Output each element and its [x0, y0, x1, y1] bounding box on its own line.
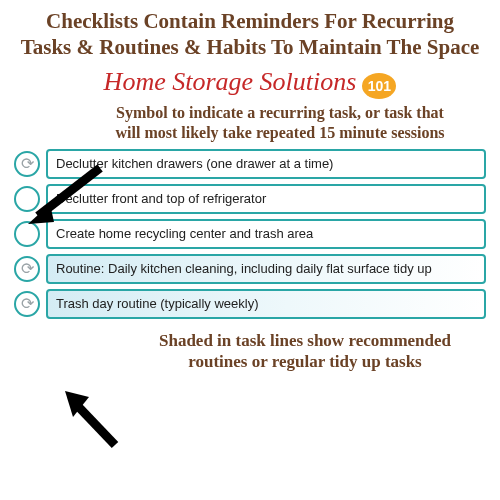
recurring-icon: ⟳ [21, 261, 34, 277]
row-task-bar: Declutter front and top of refrigerator [46, 184, 486, 214]
row-checkbox[interactable]: ⟳ [14, 151, 40, 177]
brand-badge: 101 [362, 73, 396, 99]
checklist-row: ⟳ Trash day routine (typically weekly) [14, 289, 486, 319]
arrow-to-shaded [55, 385, 135, 455]
row-checkbox[interactable] [14, 221, 40, 247]
row-task-bar: Create home recycling center and trash a… [46, 219, 486, 249]
brand-logo: Home Storage Solutions 101 [0, 65, 500, 103]
row-task-text: Declutter front and top of refrigerator [56, 191, 266, 206]
brand-name: Home Storage Solutions [104, 67, 357, 96]
page-title: Checklists Contain Reminders For Recurri… [0, 0, 500, 65]
checklist-row: ⟳ Routine: Daily kitchen cleaning, inclu… [14, 254, 486, 284]
callout-recurring-symbol: Symbol to indicate a recurring task, or … [0, 103, 500, 143]
recurring-icon: ⟳ [21, 156, 34, 172]
row-task-bar: Declutter kitchen drawers (one drawer at… [46, 149, 486, 179]
svg-marker-1 [65, 391, 89, 417]
row-task-text: Trash day routine (typically weekly) [56, 296, 259, 311]
row-task-text: Declutter kitchen drawers (one drawer at… [56, 156, 333, 171]
row-task-bar: Routine: Daily kitchen cleaning, includi… [46, 254, 486, 284]
recurring-icon: ⟳ [21, 296, 34, 312]
checklist-row: ⟳ Declutter kitchen drawers (one drawer … [14, 149, 486, 179]
row-checkbox[interactable]: ⟳ [14, 291, 40, 317]
checklist: ⟳ Declutter kitchen drawers (one drawer … [0, 149, 500, 319]
row-task-bar: Trash day routine (typically weekly) [46, 289, 486, 319]
checklist-row: Declutter front and top of refrigerator [14, 184, 486, 214]
row-task-text: Create home recycling center and trash a… [56, 226, 313, 241]
row-checkbox[interactable] [14, 186, 40, 212]
checklist-row: Create home recycling center and trash a… [14, 219, 486, 249]
row-checkbox[interactable]: ⟳ [14, 256, 40, 282]
callout-shaded-rows: Shaded in task lines show recommended ro… [0, 324, 500, 373]
row-task-text: Routine: Daily kitchen cleaning, includi… [56, 261, 432, 276]
